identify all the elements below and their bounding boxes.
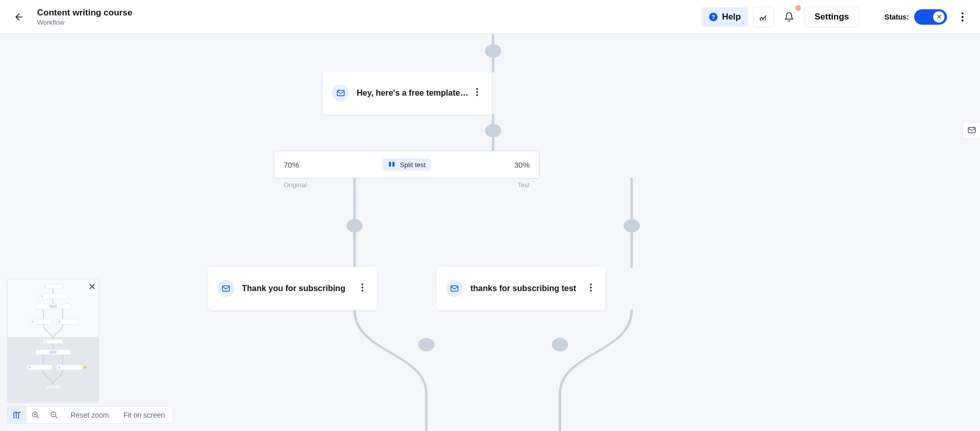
split-badge-label: Split test	[400, 161, 426, 169]
bell-icon	[784, 12, 794, 22]
page-subtitle: Workflow	[37, 19, 132, 26]
reset-zoom-button[interactable]: Reset zoom	[63, 411, 116, 419]
svg-point-13	[476, 91, 478, 93]
dots-vertical-icon	[361, 283, 363, 292]
svg-point-5	[485, 44, 501, 58]
svg-point-46	[83, 366, 86, 369]
zoom-in-button[interactable]	[26, 407, 45, 423]
svg-point-35	[31, 320, 34, 323]
svg-point-18	[361, 283, 363, 285]
close-icon	[937, 14, 941, 19]
zoom-in-icon	[31, 411, 40, 419]
svg-point-37	[58, 320, 60, 323]
svg-point-20	[361, 290, 363, 292]
help-icon: ?	[709, 12, 718, 22]
svg-point-19	[361, 286, 363, 289]
close-icon	[89, 283, 95, 290]
svg-rect-16	[392, 162, 394, 167]
svg-point-22	[590, 283, 592, 285]
svg-point-2	[961, 12, 964, 14]
settings-button[interactable]: Settings	[804, 7, 859, 27]
split-test-node[interactable]: 70% Split test 30% Original Test	[274, 151, 539, 178]
svg-point-24	[590, 290, 592, 292]
svg-point-7	[346, 219, 363, 232]
help-button[interactable]: ? Help	[702, 7, 748, 27]
node-menu-button[interactable]	[472, 88, 482, 98]
minimap-toggle-button[interactable]	[8, 407, 26, 423]
email-node-label: thanks for subscribing test	[470, 284, 583, 293]
email-icon	[217, 280, 235, 297]
back-button[interactable]	[11, 9, 27, 25]
status-toggle[interactable]	[914, 9, 947, 25]
workflow-canvas[interactable]: Hey, here's a free template fo... 70% Sp…	[0, 34, 980, 431]
svg-point-8	[624, 219, 640, 232]
zoom-controls: Reset zoom Fit on screen	[7, 406, 173, 424]
header-bar: Content writing course Workflow ? Help S…	[0, 0, 980, 34]
side-panel-toggle[interactable]	[962, 121, 980, 139]
email-icon	[446, 280, 463, 297]
email-node-label: Hey, here's a free template fo...	[357, 88, 469, 98]
svg-point-6	[485, 124, 501, 137]
svg-rect-30	[39, 294, 66, 299]
svg-rect-47	[45, 385, 61, 389]
email-node-label: Thank you for subscribing	[242, 284, 354, 293]
dots-vertical-icon	[476, 88, 478, 96]
split-icon	[388, 160, 396, 169]
node-menu-button[interactable]	[357, 283, 367, 294]
analytics-icon	[759, 12, 768, 22]
notifications-button[interactable]	[779, 7, 799, 27]
email-node-thanks-test[interactable]: thanks for subscribing test	[436, 267, 605, 310]
title-block: Content writing course Workflow	[37, 8, 132, 26]
svg-point-4	[961, 20, 964, 22]
inbox-icon	[967, 125, 976, 135]
svg-rect-33	[49, 305, 57, 308]
email-icon	[332, 84, 349, 102]
dots-vertical-icon	[961, 12, 964, 22]
minimap-preview	[8, 279, 98, 402]
node-menu-button[interactable]	[586, 283, 596, 294]
svg-text:?: ?	[711, 13, 714, 20]
minimap[interactable]	[7, 279, 99, 402]
more-menu-button[interactable]	[956, 12, 969, 22]
svg-point-43	[28, 366, 31, 369]
split-badge: Split test	[382, 158, 431, 171]
email-node-template[interactable]: Hey, here's a free template fo...	[323, 71, 492, 115]
svg-point-14	[476, 94, 478, 96]
zoom-out-icon	[50, 411, 58, 419]
svg-point-9	[418, 338, 435, 351]
svg-point-10	[552, 338, 568, 351]
split-original-label: Original	[284, 181, 307, 189]
svg-rect-41	[49, 351, 57, 354]
notification-dot	[795, 5, 801, 11]
status-label: Status:	[885, 13, 909, 21]
split-test-pct: 30%	[514, 160, 530, 169]
svg-point-12	[476, 88, 478, 90]
header-right: ? Help Settings Status:	[702, 7, 969, 27]
svg-point-3	[961, 16, 964, 18]
toggle-knob	[933, 11, 944, 23]
settings-label: Settings	[814, 12, 849, 22]
minimap-close-button[interactable]	[89, 282, 95, 292]
help-label: Help	[722, 12, 741, 22]
svg-point-45	[58, 366, 60, 369]
dots-vertical-icon	[590, 283, 592, 292]
svg-point-29	[44, 285, 46, 288]
svg-rect-15	[389, 162, 391, 167]
analytics-button[interactable]	[753, 7, 774, 27]
split-original-pct: 70%	[284, 160, 299, 169]
svg-point-23	[590, 286, 592, 289]
email-node-thank-you[interactable]: Thank you for subscribing	[208, 267, 377, 310]
page-title: Content writing course	[37, 8, 132, 18]
zoom-out-button[interactable]	[45, 407, 63, 423]
svg-point-39	[44, 340, 46, 343]
map-icon	[12, 410, 22, 420]
fit-screen-button[interactable]: Fit on screen	[116, 411, 172, 419]
svg-point-31	[41, 295, 43, 298]
split-test-label: Test	[517, 181, 530, 189]
